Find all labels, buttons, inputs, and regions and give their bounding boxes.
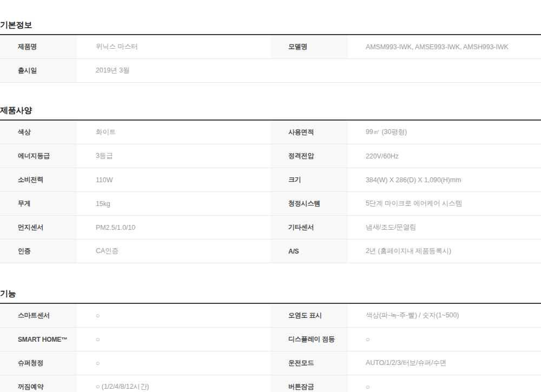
table-row: 무게 15kg 청정시스템 5단계 마이크로 에어케어 시스템 [0, 192, 541, 216]
table-row: 제품명 위닉스 마스터 모델명 AMSM993-IWK, AMSE993-IWK… [0, 35, 541, 59]
row-value-left: ○ [77, 351, 270, 375]
row-value-right: AMSM993-IWK, AMSE993-IWK, AMSH993-IWK [348, 35, 541, 58]
row-value-right: 2년 (홈페이지내 제품등록시) [348, 240, 541, 263]
row-value-right: 5단계 마이크로 에어케어 시스템 [348, 192, 541, 215]
row-label-left: 인증 [0, 240, 77, 263]
row-label-right: 디스플레이 점등 [270, 328, 348, 351]
row-label-left: 먼지센서 [0, 216, 77, 239]
row-label-right: 청정시스템 [270, 192, 348, 215]
row-label-right: A/S [270, 240, 348, 263]
row-label-left: 무게 [0, 192, 77, 215]
row-value-left: 3등급 [77, 144, 270, 168]
row-label-left: 스마트센서 [0, 304, 77, 327]
spec-section: 기능 스마트센서 ○ 오염도 표시 색상(파-녹-주-빨) / 숫자(1~500… [0, 289, 541, 392]
table-row: 꺼짐예약 ○ (1/2/4/8/12시간) 버튼잠금 ○ [0, 375, 541, 392]
row-value-right: 220V/60Hz [348, 144, 541, 168]
spec-table: 색상 화이트 사용면적 99㎡ (30평형) 에너지등급 3등급 정격전압 22… [0, 119, 541, 263]
row-label-left: SMART HOME™ [0, 328, 77, 351]
row-label-right: 운전모드 [270, 351, 348, 375]
row-label-right: 버튼잠금 [270, 375, 348, 392]
row-label-left: 슈퍼청정 [0, 351, 77, 375]
table-row: 에너지등급 3등급 정격전압 220V/60Hz [0, 144, 541, 168]
row-value-right: ○ [348, 328, 541, 351]
row-label-left: 출시일 [0, 59, 77, 82]
row-value-right: 384(W) X 286(D) X 1,090(H)mm [348, 168, 541, 191]
row-value-left: CA인증 [77, 240, 270, 263]
spec-page: 기본정보 제품명 위닉스 마스터 모델명 AMSM993-IWK, AMSE99… [0, 0, 541, 392]
spec-section: 제품사양 색상 화이트 사용면적 99㎡ (30평형) 에너지등급 3등급 정격… [0, 105, 541, 263]
table-row: 먼지센서 PM2.5/1.0/10 기타센서 냄새/조도/문열림 [0, 216, 541, 240]
row-label-right: 모델명 [270, 35, 348, 58]
row-label-left: 제품명 [0, 35, 77, 58]
row-value-right: 색상(파-녹-주-빨) / 숫자(1~500) [348, 304, 541, 327]
row-label-left: 에너지등급 [0, 144, 77, 168]
table-row: 소비전력 110W 크기 384(W) X 286(D) X 1,090(H)m… [0, 168, 541, 192]
row-value-right: 99㎡ (30평형) [348, 121, 541, 144]
row-label-right: 기타센서 [270, 216, 348, 239]
row-label-right: 정격전압 [270, 144, 348, 168]
row-value-right: 냄새/조도/문열림 [348, 216, 541, 239]
row-value-left: PM2.5/1.0/10 [77, 216, 270, 239]
row-value-left: 2019년 3월 [77, 59, 270, 82]
row-label-left: 꺼짐예약 [0, 375, 77, 392]
spec-table: 스마트센서 ○ 오염도 표시 색상(파-녹-주-빨) / 숫자(1~500) S… [0, 303, 541, 392]
spec-section: 기본정보 제품명 위닉스 마스터 모델명 AMSM993-IWK, AMSE99… [0, 20, 541, 83]
row-value-left: 화이트 [77, 121, 270, 144]
row-value-right [348, 59, 541, 82]
row-label-right: 오염도 표시 [270, 304, 348, 327]
table-row: 슈퍼청정 ○ 운전모드 AUTO/1/2/3/터보/슈퍼/수면 [0, 351, 541, 375]
row-label-left: 소비전력 [0, 168, 77, 191]
row-value-left: ○ (1/2/4/8/12시간) [77, 375, 270, 392]
row-label-right: 사용면적 [270, 121, 348, 144]
section-title: 제품사양 [0, 105, 541, 115]
table-row: 인증 CA인증 A/S 2년 (홈페이지내 제품등록시) [0, 240, 541, 263]
row-value-left: 위닉스 마스터 [77, 35, 270, 58]
row-label-right [270, 59, 348, 82]
section-title: 기능 [0, 289, 541, 298]
row-value-left: 110W [77, 168, 270, 191]
table-row: SMART HOME™ ○ 디스플레이 점등 ○ [0, 328, 541, 351]
spec-table: 제품명 위닉스 마스터 모델명 AMSM993-IWK, AMSE993-IWK… [0, 34, 541, 83]
section-title: 기본정보 [0, 20, 541, 30]
table-row: 색상 화이트 사용면적 99㎡ (30평형) [0, 121, 541, 144]
row-value-left: ○ [77, 304, 270, 327]
row-label-left: 색상 [0, 121, 77, 144]
row-value-right: ○ [348, 375, 541, 392]
row-value-left: 15kg [77, 192, 270, 215]
row-label-right: 크기 [270, 168, 348, 191]
row-value-left: ○ [77, 328, 270, 351]
row-value-right: AUTO/1/2/3/터보/슈퍼/수면 [348, 351, 541, 375]
table-row: 출시일 2019년 3월 [0, 59, 541, 83]
table-row: 스마트센서 ○ 오염도 표시 색상(파-녹-주-빨) / 숫자(1~500) [0, 304, 541, 328]
